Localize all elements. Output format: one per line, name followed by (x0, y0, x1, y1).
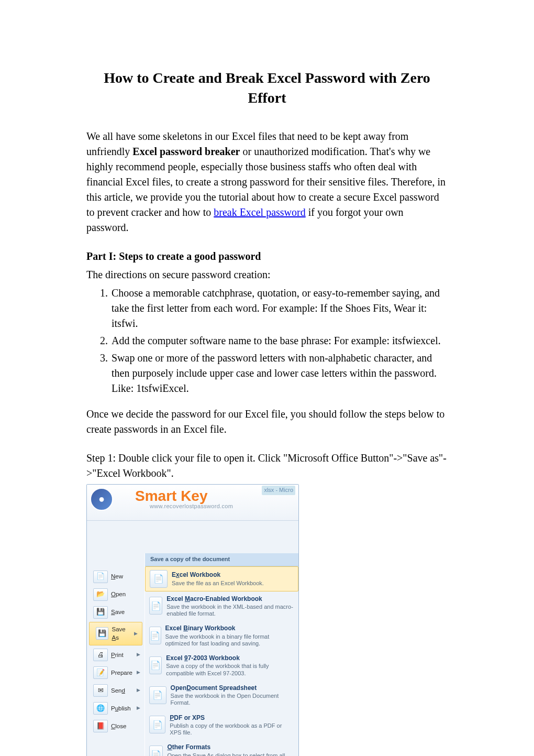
office-menu-screenshot: ● Smart Key www.recoverlostpassword.com … (86, 484, 299, 756)
break-excel-password-link[interactable]: break Excel password (214, 206, 306, 218)
office-left-menu: 📄New📂Open💾Save💾Save As▶🖨Print▶📝Prepare▶✉… (87, 568, 145, 756)
chevron-right-icon: ▶ (137, 669, 140, 676)
file-type-icon: 📄 (149, 746, 163, 756)
office-button-icon: ● (90, 488, 113, 511)
close-icon: 📕 (93, 720, 108, 732)
office-menu-label: Save As (112, 625, 131, 642)
saveas-option-subtitle: Open the Save As dialog box to select fr… (167, 752, 294, 756)
office-menu-item-prepare[interactable]: 📝Prepare▶ (87, 664, 144, 682)
file-type-icon: 📄 (149, 716, 165, 733)
password-steps-list: Choose a memorable catchphrase, quotatio… (86, 286, 448, 396)
brand-text: Smart Key (135, 488, 208, 504)
directions-intro: The directions on secure password creati… (86, 267, 448, 282)
office-menu-item-publish[interactable]: 🌐Publish▶ (87, 699, 144, 717)
intro-bold: Excel password breaker (132, 146, 240, 157)
file-type-icon: 📄 (149, 686, 166, 704)
saveas-option[interactable]: 📄Excel Binary WorkbookSave the workbook … (145, 621, 298, 651)
office-menu-item-new[interactable]: 📄New (87, 568, 144, 586)
saveas-option-subtitle: Publish a copy of the workbook as a PDF … (170, 722, 294, 736)
chevron-right-icon: ▶ (137, 705, 140, 711)
screenshot-header: ● Smart Key www.recoverlostpassword.com … (87, 485, 298, 521)
saveas-option-title: Other Formats (167, 743, 294, 752)
saveas-option-title: PDF or XPS (170, 714, 294, 722)
saveas-option-subtitle: Save the workbook in the XML-based and m… (166, 604, 294, 617)
saveas-option-title: Excel Binary Workbook (165, 624, 294, 633)
print-icon: 🖨 (93, 649, 108, 661)
file-type-icon: 📄 (149, 627, 161, 644)
chevron-right-icon: ▶ (137, 651, 140, 658)
save-copy-header: Save a copy of the document (145, 553, 298, 566)
saveas-option-title: OpenDocument Spreadsheet (171, 684, 294, 693)
saveas-option-title: Excel Macro-Enabled Workbook (166, 595, 294, 604)
office-menu-item-open[interactable]: 📂Open (87, 586, 144, 604)
publish-icon: 🌐 (93, 702, 108, 715)
office-menu-label: Save (111, 608, 125, 617)
chevron-right-icon: ▶ (134, 630, 138, 637)
after-list-paragraph: Once we decide the password for our Exce… (86, 407, 448, 437)
article-title: How to Create and Break Excel Password w… (86, 68, 448, 108)
prepare-icon: 📝 (93, 666, 108, 679)
saveas-option[interactable]: 📄PDF or XPSPublish a copy of the workboo… (145, 710, 298, 740)
saveas-option-subtitle: Save the workbook in the Open Document F… (171, 693, 294, 706)
file-type-icon: 📄 (150, 570, 168, 588)
saveas-option-title: Excel Workbook (172, 571, 264, 579)
office-menu-label: Prepare (111, 669, 132, 677)
office-menu-label: Send (111, 686, 125, 695)
saveas-option[interactable]: 📄Excel 97-2003 WorkbookSave a copy of th… (145, 651, 298, 681)
office-menu-item-print[interactable]: 🖨Print▶ (87, 646, 144, 664)
office-menu-label: Close (111, 722, 126, 731)
save-as-icon: 💾 (96, 627, 108, 640)
list-item: Choose a memorable catchphrase, quotatio… (110, 286, 448, 331)
new-icon: 📄 (93, 571, 108, 583)
chevron-right-icon: ▶ (137, 687, 140, 694)
saveas-option[interactable]: 📄Excel WorkbookSave the file as an Excel… (145, 566, 298, 591)
save-icon: 💾 (93, 606, 108, 619)
saveas-option-title: Excel 97-2003 Workbook (166, 654, 294, 663)
brand-sub-url: www.recoverlostpassword.com (150, 502, 233, 511)
window-title-fragment: xlsx - Micro (262, 486, 295, 495)
step1-text: Step 1: Double click your file to open i… (86, 451, 448, 481)
part1-heading-text: Part I: Steps to create a good password (86, 250, 261, 262)
file-type-icon: 📄 (149, 597, 162, 615)
saveas-option-subtitle: Save the workbook in a binary file forma… (165, 633, 294, 647)
office-menu-label: New (111, 572, 123, 581)
office-menu-item-send[interactable]: ✉Send▶ (87, 682, 144, 699)
send-icon: ✉ (93, 684, 108, 697)
part1-heading: Part I: Steps to create a good password (86, 249, 448, 264)
saveas-option-subtitle: Save the file as an Excel Workbook. (172, 580, 264, 587)
list-item: Swap one or more of the password letters… (110, 350, 448, 396)
office-save-as-submenu: Save a copy of the document 📄Excel Workb… (144, 553, 298, 756)
file-type-icon: 📄 (149, 656, 162, 674)
office-menu-label: Open (111, 590, 126, 599)
list-item: Add the computer software name to the ba… (110, 333, 448, 348)
intro-paragraph: We all have some skeletons in our Excel … (86, 129, 448, 235)
saveas-option[interactable]: 📄Other FormatsOpen the Save As dialog bo… (145, 740, 298, 756)
saveas-option-subtitle: Save a copy of the workbook that is full… (166, 663, 294, 676)
office-menu-item-close[interactable]: 📕Close (87, 717, 144, 735)
office-menu-item-save[interactable]: 💾Save (87, 604, 144, 621)
saveas-option[interactable]: 📄Excel Macro-Enabled WorkbookSave the wo… (145, 591, 298, 621)
saveas-option[interactable]: 📄OpenDocument SpreadsheetSave the workbo… (145, 681, 298, 710)
office-menu-item-save-as[interactable]: 💾Save As▶ (89, 622, 142, 645)
office-menu-label: Publish (111, 704, 131, 713)
open-icon: 📂 (93, 588, 108, 601)
office-menu-label: Print (111, 651, 124, 660)
